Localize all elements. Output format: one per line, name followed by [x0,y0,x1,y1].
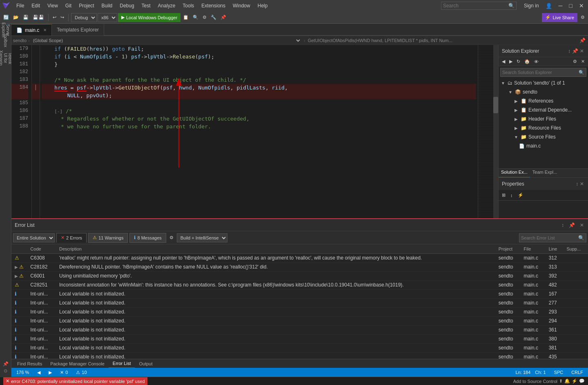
error-count-status[interactable]: ✕ 0 [58,370,69,375]
error-table-scroll[interactable]: Code Description Project File Line Supp.… [11,244,588,359]
sol-back-btn[interactable]: ◀ [500,58,507,65]
header-files-expand-btn[interactable]: ▶ [513,117,519,121]
menu-project[interactable]: Project [76,2,97,9]
tree-project-node[interactable]: ▼ 📦 sendto [499,87,588,96]
tree-external-deps-node[interactable]: ▶ 📋 External Depende... [499,105,588,114]
pin-toolbar-icon[interactable]: 📌 [579,38,586,43]
menu-window[interactable]: Window [229,2,254,9]
toolbar-misc-5[interactable]: 📌 [219,14,228,21]
error-list-pin-btn[interactable]: ↕ [561,222,565,229]
open-btn[interactable]: 📂 [11,14,20,21]
encoding-status[interactable]: SPC [552,370,565,375]
ext-deps-expand-btn[interactable]: ▶ [513,108,519,112]
errors-tab[interactable]: ✕ 2 Errors [56,233,87,243]
sol-close-btn[interactable]: ✕ [579,58,586,65]
table-row[interactable]: ℹInt-uni...Local variable is not initial… [11,298,588,307]
menu-git[interactable]: Git [62,2,75,9]
settings-btn[interactable]: ⚙ [579,14,586,21]
col-file[interactable]: File [521,244,546,253]
sol-settings-btn[interactable]: ⚙ [571,58,579,65]
maximize-button[interactable]: □ [567,2,575,10]
table-row[interactable]: ℹInt-uni...Local variable is not initial… [11,307,588,316]
save-btn[interactable]: 💾 [21,14,30,21]
table-row[interactable]: ℹInt-uni...Local variable is not initial… [11,343,588,352]
solution-filter-dropdown[interactable]: Entire Solution [13,233,55,242]
table-row[interactable]: ▶ ⚠ C6001 Using uninitialized memory 'pd… [11,271,588,280]
tree-resource-files-node[interactable]: ▶ 📁 Resource Files [499,123,588,132]
sol-tab-team-explorer[interactable]: Team Expl... [530,169,560,177]
props-filter-btn[interactable]: ⚡ [516,192,525,199]
source-files-expand-btn[interactable]: ▼ [513,135,519,139]
resource-files-expand-btn[interactable]: ▶ [513,126,519,130]
table-row[interactable]: ⚠ C6308 'realloc' might return null poin… [11,253,588,262]
props-grid-btn[interactable]: ⊞ [500,192,507,199]
debug-config-dropdown[interactable]: Debug [71,13,97,22]
expand-icon[interactable]: ▶ [15,274,18,278]
sol-search-input[interactable] [501,70,577,75]
menu-analyze[interactable]: Analyze [155,2,179,9]
menu-extensions[interactable]: Extensions [198,2,229,9]
nav-back-btn[interactable]: ◀ [36,370,42,375]
close-panel-btn[interactable]: ✕ [579,47,585,55]
redo-btn[interactable]: ↪ [59,14,66,21]
col-project[interactable]: Project [495,244,521,253]
telerik-icon[interactable]: Telerik UI for Xamarin [0,53,11,63]
menu-debug[interactable]: Debug [116,2,137,9]
table-row[interactable]: ℹInt-uni...Local variable is not initial… [11,316,588,325]
pin-float-btn[interactable]: 📌 [571,47,579,55]
undo-btn[interactable]: ↩ [51,14,58,21]
table-row[interactable]: ⚠ C28251 Inconsistent annotation for 'wW… [11,280,588,289]
tab-main-c[interactable]: 📄 main.c ✕ [11,24,52,36]
messages-tab[interactable]: ℹ 8 Messages [129,233,166,243]
props-sort-btn[interactable]: ↕ [509,192,514,199]
sol-preview-btn[interactable]: 👁 [532,58,540,65]
menu-tools[interactable]: Tools [179,2,197,9]
signin-button[interactable]: Sign in [521,2,542,9]
tab-templates-explorer[interactable]: Templates Explorer [52,24,104,36]
table-row[interactable]: ℹInt-uni...Local variable is not initial… [11,289,588,298]
warnings-tab[interactable]: ⚠ 11 Warnings [88,233,128,243]
sol-home-btn[interactable]: 🏠 [523,58,532,65]
package-manager-tab[interactable]: Package Manager Console [46,359,109,368]
props-pin-btn[interactable]: ↕ [575,180,579,188]
toolbar-misc-1[interactable]: 📋 [181,14,190,21]
code-editor[interactable]: 179 180 181 182 183 184 185 186 187 188 [11,45,498,218]
liveshare-button[interactable]: ⚡ Live Share [542,13,577,22]
menu-edit[interactable]: Edit [28,2,43,9]
table-row[interactable]: ℹInt-uni...Local variable is not initial… [11,334,588,343]
find-results-tab[interactable]: Find Results [13,359,46,368]
error-list-float-btn[interactable]: 📌 [568,222,576,229]
menu-test[interactable]: Test [138,2,154,9]
toolbar-misc-4[interactable]: 🔧 [209,14,218,21]
output-tab[interactable]: Output [135,359,156,368]
line-ending-status[interactable]: CRLF [570,370,585,375]
tree-solution-node[interactable]: ▼ 🗂 Solution 'sendto' (1 of 1 [499,78,588,87]
tree-main-c-node[interactable]: 📄 main.c [499,141,588,150]
add-source-control[interactable]: Add to Source Control [513,379,557,384]
tab-main-close[interactable]: ✕ [43,28,47,32]
props-close-btn[interactable]: ✕ [579,180,585,188]
col-description[interactable]: Description [56,244,495,253]
menu-help[interactable]: Help [254,2,271,9]
new-project-btn[interactable]: 🔄 [2,14,11,21]
table-row[interactable]: ℹInt-uni...Local variable is not initial… [11,352,588,359]
table-row[interactable]: ▶ ⚠ C28182 Dereferencing NULL pointer. '… [11,262,588,271]
warning-count-status[interactable]: ⚠ 10 [74,370,88,375]
error-status-bar[interactable]: ✕ error C4703: potentially uninitialized… [3,377,147,385]
sol-refresh-btn[interactable]: ↻ [515,58,522,65]
col-code[interactable]: Code [27,244,56,253]
error-search-input[interactable] [519,235,577,240]
nav-forward-btn[interactable]: ▶ [47,370,53,375]
expand-icon[interactable]: ▶ [15,265,18,269]
scrollbar-track[interactable] [493,45,498,218]
close-button[interactable]: ✕ [577,2,586,10]
filter-options-btn[interactable]: ⚙ [168,234,175,241]
start-debug-button[interactable]: ▶ Local Windows Debugger [118,13,180,22]
save-all-btn[interactable]: 💾💾 [31,14,46,21]
minimize-button[interactable]: ─ [556,2,565,10]
solution-expand-btn[interactable]: ▼ [500,81,506,85]
scrollbar-thumb[interactable] [493,97,498,113]
pin-panel-btn[interactable]: ↕ [567,47,571,55]
toolbar-misc-2[interactable]: 🔍 [191,14,200,21]
tree-header-files-node[interactable]: ▶ 📁 Header Files [499,114,588,123]
